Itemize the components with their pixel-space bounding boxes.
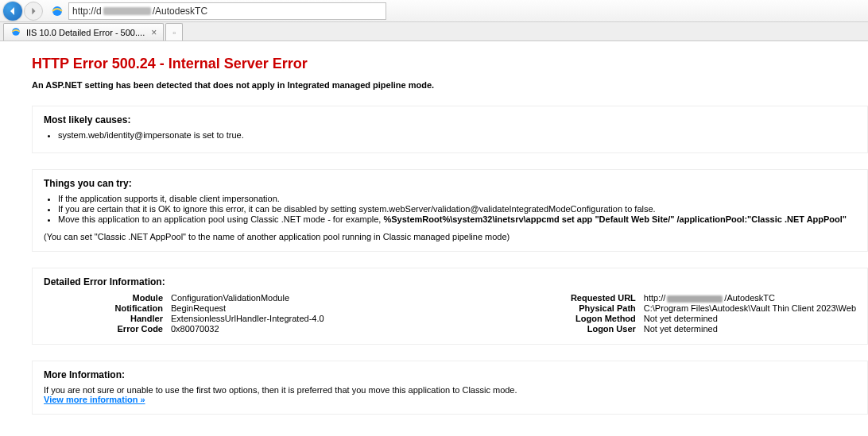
try-item: If you are certain that it is OK to igno… xyxy=(58,204,856,214)
error-page: HTTP Error 500.24 - Internal Server Erro… xyxy=(32,41,868,415)
detail-label: Requested URL xyxy=(548,293,644,303)
detail-label: Physical Path xyxy=(548,303,644,313)
url-prefix: http://d xyxy=(72,6,102,17)
details-heading: Detailed Error Information: xyxy=(44,276,856,287)
detail-value: http:///AutodeskTC xyxy=(644,293,775,303)
more-text: If you are not sure or unable to use the… xyxy=(44,385,856,395)
try-heading: Things you can try: xyxy=(44,178,856,189)
detail-value: C:\Program Files\Autodesk\Vault Thin Cli… xyxy=(644,303,856,313)
tab-strip: IIS 10.0 Detailed Error - 500.... × ▫ xyxy=(0,22,868,41)
causes-section: Most likely causes: system.web/identity@… xyxy=(32,106,868,153)
detail-value: ConfigurationValidationModule xyxy=(171,293,289,303)
detail-label: Logon User xyxy=(548,324,644,334)
detail-value: 0x80070032 xyxy=(171,324,219,334)
more-info-link[interactable]: View more information » xyxy=(44,395,145,404)
detail-label: Error Code xyxy=(44,324,171,334)
tab-close-icon[interactable]: × xyxy=(151,27,157,38)
new-tab-icon: ▫ xyxy=(172,28,176,37)
detail-label: Handler xyxy=(44,314,171,323)
svg-point-0 xyxy=(52,6,62,16)
detail-value: BeginRequest xyxy=(171,303,226,313)
detail-value: Not yet determined xyxy=(644,314,718,323)
forward-button[interactable] xyxy=(24,2,43,21)
try-section: Things you can try: If the application s… xyxy=(32,169,868,252)
details-section: Detailed Error Information: ModuleConfig… xyxy=(32,268,868,345)
ie-favicon-icon xyxy=(10,26,23,39)
url-redacted xyxy=(103,7,151,15)
detail-value: Not yet determined xyxy=(644,324,718,334)
page-subtitle: An ASP.NET setting has been detected tha… xyxy=(32,80,868,90)
details-left: ModuleConfigurationValidationModule Noti… xyxy=(44,292,324,334)
more-section: More Information: If you are not sure or… xyxy=(32,361,868,415)
try-command: %SystemRoot%\system32\inetsrv\appcmd set… xyxy=(383,214,847,224)
svg-point-1 xyxy=(12,28,20,36)
address-bar[interactable]: http://d /AutodeskTC xyxy=(68,2,386,20)
tab-title: IIS 10.0 Detailed Error - 500.... xyxy=(26,28,145,37)
tab-active[interactable]: IIS 10.0 Detailed Error - 500.... × xyxy=(3,23,164,41)
detail-value: ExtensionlessUrlHandler-Integrated-4.0 xyxy=(171,314,324,323)
more-heading: More Information: xyxy=(44,369,856,380)
url-suffix: /AutodeskTC xyxy=(153,6,207,17)
detail-label: Module xyxy=(44,293,171,303)
url-redacted xyxy=(667,295,723,303)
cause-item: system.web/identity@impersonate is set t… xyxy=(58,130,856,140)
ie-logo-icon xyxy=(51,5,64,17)
detail-label: Logon Method xyxy=(548,314,644,323)
detail-label: Notification xyxy=(44,303,171,313)
browser-toolbar: http://d /AutodeskTC xyxy=(0,0,868,22)
try-item: Move this application to an application … xyxy=(58,214,856,224)
causes-heading: Most likely causes: xyxy=(44,114,856,125)
try-note: (You can set "Classic .NET AppPool" to t… xyxy=(44,232,856,241)
page-title: HTTP Error 500.24 - Internal Server Erro… xyxy=(32,56,868,72)
back-button[interactable] xyxy=(3,2,22,21)
new-tab-button[interactable]: ▫ xyxy=(165,23,183,41)
details-right: Requested URLhttp:///AutodeskTC Physical… xyxy=(548,292,856,334)
try-item: If the application supports it, disable … xyxy=(58,194,856,203)
